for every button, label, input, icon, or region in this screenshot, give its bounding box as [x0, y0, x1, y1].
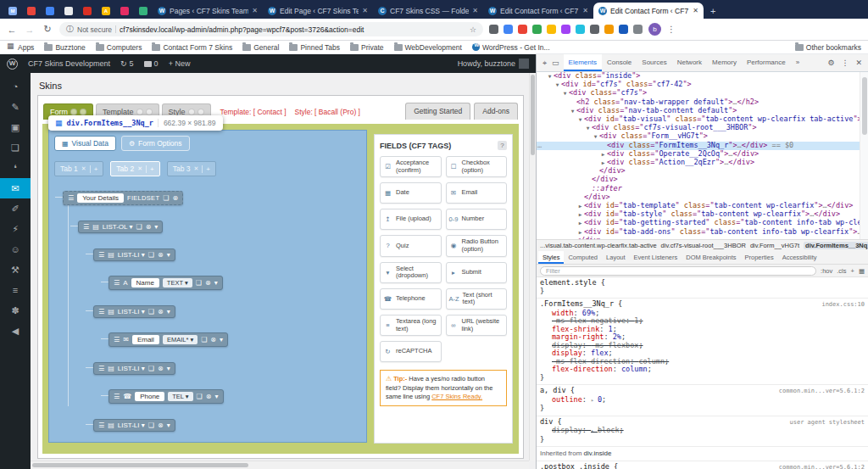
bookmark-item[interactable]: General: [242, 43, 279, 52]
pinned-tab[interactable]: [78, 3, 97, 19]
page-horizontal-scrollbar[interactable]: [31, 461, 529, 469]
drag-handle-icon[interactable]: ☰: [98, 365, 104, 372]
other-bookmarks[interactable]: Other bookmarks: [795, 43, 861, 52]
editor-button[interactable]: ▦ Visual Data: [54, 136, 116, 151]
editor-action-tab[interactable]: Add-ons: [474, 103, 518, 120]
bookmark-item[interactable]: Private: [350, 43, 383, 52]
devtools-tab[interactable]: Memory: [707, 54, 742, 71]
form-tab[interactable]: Tab 1 ✕ +: [54, 161, 103, 176]
field-tag-button[interactable]: ▾ Select (dropdown): [380, 262, 442, 283]
bookmark-item[interactable]: Contact Form 7 Skins: [152, 43, 232, 52]
styles-pane-tab[interactable]: Styles: [538, 251, 564, 264]
styles-pane-tab[interactable]: Layout: [602, 251, 630, 264]
list-type-label[interactable]: LIST-LI ▾: [118, 251, 145, 259]
collapse-icon[interactable]: ▾: [220, 336, 223, 343]
css-property[interactable]: display: ▸ block;: [540, 427, 865, 436]
browser-tab[interactable]: W Edit Contact Form ‹ CF7 Skin ✕: [593, 3, 704, 19]
tab-close-icon[interactable]: ✕: [693, 7, 698, 14]
pinned-tab[interactable]: A: [97, 3, 115, 19]
devtools-tab[interactable]: »: [791, 54, 804, 71]
expand-arrow-icon[interactable]: ▼: [554, 81, 561, 89]
tab-info-icon[interactable]: [136, 109, 143, 115]
profile-avatar[interactable]: b: [648, 23, 661, 36]
editor-action-tab[interactable]: Getting Started: [405, 103, 470, 120]
tab-close-icon[interactable]: ✕: [582, 7, 588, 14]
list-type-label[interactable]: LIST-LI ▾: [118, 422, 145, 429]
bookmark-item[interactable]: Pinned Tabs: [289, 43, 340, 52]
reload-button[interactable]: ↻: [42, 24, 53, 35]
grid-overlay-icon[interactable]: ▦: [859, 267, 865, 275]
sidebar-menu-icon[interactable]: ❛: [0, 158, 31, 178]
sidebar-menu-icon[interactable]: ≡: [0, 280, 31, 300]
form-tab-close-icon[interactable]: ✕: [137, 165, 142, 172]
collapse-icon[interactable]: ▾: [167, 422, 170, 429]
form-tab-close-icon[interactable]: ✕: [193, 165, 198, 172]
duplicate-icon[interactable]: ❏: [196, 279, 202, 287]
rule-selector[interactable]: element.style {: [540, 279, 605, 288]
sidebar-menu-icon[interactable]: ⚡: [0, 219, 31, 239]
expand-arrow-icon[interactable]: ▼: [561, 89, 569, 98]
tree-node-list-ol[interactable]: ☰▤LIST-OL ▾❏⊗▾: [78, 221, 163, 233]
pinned-tab[interactable]: [41, 3, 59, 19]
devtools-dom-scrollbar[interactable]: [860, 72, 868, 239]
dom-breadcrumb[interactable]: div.Form__vHG7t: [750, 242, 799, 249]
expand-arrow-icon[interactable]: ▼: [569, 107, 576, 115]
expand-arrow-icon[interactable]: ▼: [546, 72, 554, 81]
devtools-tab[interactable]: Console: [602, 54, 637, 71]
wordpress-logo-icon[interactable]: W: [7, 59, 18, 70]
devtools-menu-icon[interactable]: ⋮: [841, 59, 849, 67]
url-text[interactable]: cf7skinsdev.local/wp-admin/admin.php?pag…: [120, 25, 466, 34]
expand-arrow-icon[interactable]: ▼: [584, 124, 592, 132]
tree-node-email[interactable]: ☰✉EmailEMAIL* ▾❏⊗▾: [108, 332, 228, 347]
page-vertical-scrollbar[interactable]: [529, 73, 536, 461]
toggle-element-state-button[interactable]: :hov: [821, 267, 832, 275]
delete-icon[interactable]: ⊗: [158, 365, 164, 372]
dom-breadcrumb[interactable]: div.cf7s-visual-root___3HBOR: [661, 242, 746, 249]
site-name[interactable]: CF7 Skins Development: [28, 59, 110, 68]
dom-node-line[interactable]: </div>: [537, 176, 860, 184]
css-property[interactable]: flex-direction: column;: [540, 366, 865, 374]
extension-icon[interactable]: [561, 25, 570, 34]
inspect-cursor-icon[interactable]: ⌖: [540, 59, 549, 68]
drag-handle-icon[interactable]: ☰: [114, 336, 120, 343]
sidebar-menu-icon[interactable]: ✽: [0, 300, 31, 321]
styles-filter-input[interactable]: [540, 266, 816, 276]
form-tab[interactable]: Tab 3 ✕ +: [167, 161, 216, 176]
comments-indicator[interactable]: 0: [144, 59, 159, 68]
form-tab-add-icon[interactable]: +: [146, 165, 154, 173]
tab-help-icon[interactable]: [146, 109, 153, 115]
tree-node-phone[interactable]: ☰☎PhoneTEL ▾❏⊗▾: [108, 389, 224, 404]
device-toolbar-icon[interactable]: ▭: [549, 59, 562, 67]
extension-icon[interactable]: [504, 25, 513, 34]
pinned-tab[interactable]: [59, 3, 78, 19]
bookmark-item[interactable]: WordPress - Get In...: [472, 43, 550, 52]
tab-close-icon[interactable]: ✕: [252, 7, 258, 14]
styles-pane-tab[interactable]: Properties: [740, 251, 777, 264]
drag-handle-icon[interactable]: ☰: [68, 194, 74, 202]
devtools-tab[interactable]: Performance: [742, 54, 791, 71]
updates-indicator[interactable]: ↻ 5: [120, 59, 134, 68]
tab-close-icon[interactable]: ✕: [362, 7, 368, 14]
styles-pane-tab[interactable]: Accessibility: [778, 251, 821, 264]
bookmark-item[interactable]: Apps: [7, 43, 34, 52]
duplicate-icon[interactable]: ❏: [148, 251, 154, 259]
expand-arrow-icon[interactable]: ▶: [599, 150, 607, 159]
tree-node-name[interactable]: ☰ANameTEXT ▾❏⊗▾: [108, 276, 223, 290]
css-property[interactable]: outline: ▸ 0;: [540, 396, 865, 405]
list-type-label[interactable]: LIST-LI ▾: [118, 308, 145, 315]
sidebar-menu-icon[interactable]: ⚒: [0, 260, 31, 280]
rule-selector[interactable]: div {: [540, 418, 562, 427]
field-name-box[interactable]: Phone: [135, 392, 164, 401]
extension-icon[interactable]: [532, 25, 542, 34]
howdy-account[interactable]: Howdy, buzztone: [458, 59, 529, 69]
styles-pane-tab[interactable]: Event Listeners: [630, 251, 682, 264]
bookmark-item[interactable]: Computers: [96, 43, 142, 52]
new-content-button[interactable]: + New: [169, 59, 191, 68]
field-tag-button[interactable]: ☐ Checkbox (option): [446, 156, 508, 177]
extension-icon[interactable]: [489, 25, 498, 34]
stylesheet-source-link[interactable]: user agent stylesheet: [784, 419, 865, 427]
field-tag-button[interactable]: ↻ reCAPTCHA: [380, 341, 442, 362]
tree-node-list-li[interactable]: ☰▤LIST-LI ▾❏⊗▾: [93, 419, 175, 432]
field-type-dropdown[interactable]: TEL ▾: [168, 392, 192, 401]
element-classes-button[interactable]: .cls: [837, 267, 846, 275]
